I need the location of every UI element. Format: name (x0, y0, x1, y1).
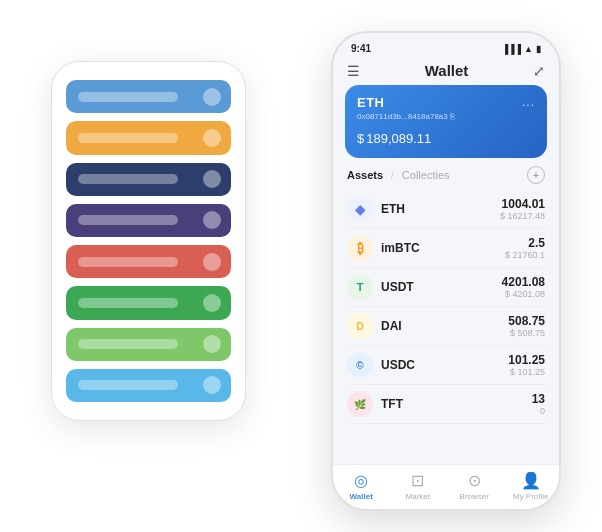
asset-amount-imbtc: 2.5 (505, 236, 545, 250)
market-nav-label: Market (406, 492, 430, 501)
asset-amount-usdt: 4201.08 (502, 275, 545, 289)
list-item[interactable] (66, 121, 231, 154)
asset-amount-eth: 1004.01 (500, 197, 545, 211)
eth-card-address: 0x08711d3b...8418a78a3 ⎘ (357, 112, 535, 121)
eth-card-amount: $189,089.11 (357, 125, 535, 148)
battery-icon: ▮ (536, 44, 541, 54)
asset-name-imbtc: imBTC (381, 241, 420, 255)
tab-collecties[interactable]: Collecties (402, 169, 450, 181)
asset-name-usdc: USDC (381, 358, 415, 372)
asset-list: ◆ ETH 1004.01 $ 16217.48 ₿ imBTC 2.5 $ 2… (333, 190, 559, 464)
profile-nav-icon: 👤 (521, 471, 541, 490)
status-bar: 9:41 ▐▐▐ ▲ ▮ (333, 33, 559, 58)
phone-front: 9:41 ▐▐▐ ▲ ▮ ☰ Wallet ⤢ ... ETH 0x08711d… (331, 31, 561, 511)
status-icons: ▐▐▐ ▲ ▮ (502, 44, 541, 54)
list-item[interactable] (66, 163, 231, 196)
wallet-nav-icon: ◎ (354, 471, 368, 490)
add-asset-button[interactable]: + (527, 166, 545, 184)
browser-nav-label: Browser (460, 492, 489, 501)
nav-browser[interactable]: ⊙ Browser (446, 471, 503, 501)
table-row[interactable]: ◆ ETH 1004.01 $ 16217.48 (347, 190, 545, 229)
scene: 9:41 ▐▐▐ ▲ ▮ ☰ Wallet ⤢ ... ETH 0x08711d… (21, 21, 581, 511)
wifi-icon: ▲ (524, 44, 533, 54)
assets-header: Assets / Collecties + (333, 166, 559, 190)
wallet-nav-label: Wallet (350, 492, 373, 501)
asset-name-dai: DAI (381, 319, 402, 333)
asset-value-usdt: $ 4201.08 (502, 289, 545, 299)
list-item[interactable] (66, 80, 231, 113)
phone-header: ☰ Wallet ⤢ (333, 58, 559, 85)
nav-market[interactable]: ⊡ Market (390, 471, 447, 501)
eth-card[interactable]: ... ETH 0x08711d3b...8418a78a3 ⎘ $189,08… (345, 85, 547, 158)
asset-name-eth: ETH (381, 202, 405, 216)
asset-amount-usdc: 101.25 (508, 353, 545, 367)
asset-value-dai: $ 508.75 (508, 328, 545, 338)
assets-tabs: Assets / Collecties (347, 169, 450, 181)
expand-icon[interactable]: ⤢ (533, 63, 545, 79)
table-row[interactable]: 🌿 TFT 13 0 (347, 385, 545, 424)
signal-icon: ▐▐▐ (502, 44, 521, 54)
imbtc-icon: ₿ (347, 235, 373, 261)
phone-back (51, 61, 246, 421)
list-item[interactable] (66, 328, 231, 361)
profile-nav-label: My Profile (513, 492, 549, 501)
asset-amount-tft: 13 (532, 392, 545, 406)
asset-amount-dai: 508.75 (508, 314, 545, 328)
table-row[interactable]: ₿ imBTC 2.5 $ 21760.1 (347, 229, 545, 268)
eth-card-title: ETH (357, 95, 535, 110)
page-title: Wallet (360, 62, 533, 79)
nav-profile[interactable]: 👤 My Profile (503, 471, 560, 501)
asset-value-usdc: $ 101.25 (508, 367, 545, 377)
list-item[interactable] (66, 286, 231, 319)
tft-icon: 🌿 (347, 391, 373, 417)
usdc-icon: © (347, 352, 373, 378)
bottom-nav: ◎ Wallet ⊡ Market ⊙ Browser 👤 My Profile (333, 464, 559, 509)
copy-icon[interactable]: ⎘ (450, 112, 455, 121)
table-row[interactable]: T USDT 4201.08 $ 4201.08 (347, 268, 545, 307)
dai-icon: D (347, 313, 373, 339)
asset-name-tft: TFT (381, 397, 403, 411)
list-item[interactable] (66, 245, 231, 278)
asset-value-eth: $ 16217.48 (500, 211, 545, 221)
nav-wallet[interactable]: ◎ Wallet (333, 471, 390, 501)
list-item[interactable] (66, 204, 231, 237)
asset-value-imbtc: $ 21760.1 (505, 250, 545, 260)
market-nav-icon: ⊡ (411, 471, 424, 490)
eth-card-menu[interactable]: ... (522, 95, 535, 109)
table-row[interactable]: D DAI 508.75 $ 508.75 (347, 307, 545, 346)
tab-assets[interactable]: Assets (347, 169, 383, 181)
list-item[interactable] (66, 369, 231, 402)
menu-icon[interactable]: ☰ (347, 63, 360, 79)
table-row[interactable]: © USDC 101.25 $ 101.25 (347, 346, 545, 385)
asset-value-tft: 0 (532, 406, 545, 416)
time-display: 9:41 (351, 43, 371, 54)
eth-icon: ◆ (347, 196, 373, 222)
browser-nav-icon: ⊙ (468, 471, 481, 490)
usdt-icon: T (347, 274, 373, 300)
asset-name-usdt: USDT (381, 280, 414, 294)
